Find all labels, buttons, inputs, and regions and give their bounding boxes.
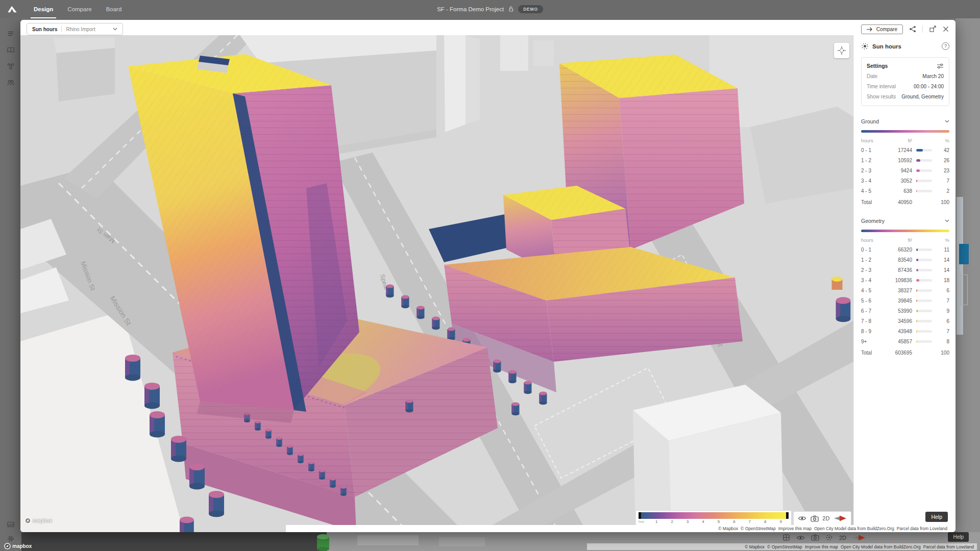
image-icon[interactable] (7, 520, 15, 529)
camera-icon[interactable] (811, 534, 819, 541)
attribution-parcel[interactable]: Parcel data from Loveland (897, 526, 947, 531)
main-tabs: Design Compare Board (27, 0, 129, 18)
arrow-right-icon (867, 27, 873, 32)
table-row: Total40950100 (861, 199, 949, 206)
settings-title: Settings (867, 63, 937, 69)
forma-app: Design Compare Board SF - Forma Demo Pro… (0, 0, 980, 551)
map-3d-canvas[interactable]: Mission St Main St Mission St Mission St… (20, 35, 853, 532)
grid-icon[interactable] (782, 534, 790, 541)
attribution-ocm[interactable]: Open City Model data from BuildZero.Org (841, 544, 921, 549)
gear-icon[interactable] (7, 535, 15, 543)
attribution-osm[interactable]: © OpenStreetMap (741, 526, 776, 531)
focus-icon[interactable] (825, 534, 833, 541)
setting-row-date[interactable]: Date March 20 (867, 73, 944, 79)
green-tree-cylinder (315, 533, 331, 551)
table-row: 1 - 21059226 (861, 157, 949, 164)
ground-gradient-bar (861, 130, 949, 133)
mapbox-logo[interactable]: mapbox (4, 543, 32, 549)
expand-icon[interactable] (929, 26, 936, 33)
help-icon[interactable]: ? (942, 42, 949, 50)
attribution-ocm[interactable]: Open City Model data from BuildZero.Org (814, 526, 894, 531)
background-dark-strip (21, 532, 327, 551)
geometry-section-header[interactable]: Geometry (861, 218, 949, 224)
people-icon[interactable] (7, 79, 15, 87)
analysis-variant: Rhino Import (66, 27, 95, 32)
compare-button[interactable]: Compare (861, 24, 903, 34)
sun-position-button[interactable] (834, 43, 849, 58)
modal-actions: Compare (861, 24, 949, 34)
close-icon[interactable] (942, 26, 949, 33)
eye-icon[interactable] (798, 515, 806, 521)
legend-tick: 4 (695, 519, 710, 524)
setting-row-time-interval[interactable]: Time interval 00:00 - 24:00 (867, 84, 944, 89)
table-header: hours ft² % (861, 138, 949, 143)
network-icon[interactable] (7, 62, 15, 70)
camera-icon[interactable] (811, 515, 819, 522)
design-modal: Sun hours Rhino Import Compare (20, 20, 955, 532)
background-outline-item (961, 274, 968, 305)
ground-section: Ground hours ft² % 0 - 117244421 - 21059… (861, 118, 949, 206)
table-row: 4 - 5383276 (861, 287, 949, 294)
geometry-table: 0 - 166320111 - 283540142 - 387436143 - … (861, 246, 949, 356)
table-row: 0 - 16632011 (861, 246, 949, 253)
legend-tick: 3 (680, 519, 695, 524)
share-icon[interactable] (909, 26, 916, 33)
left-sidebar (0, 18, 21, 551)
project-title: SF - Forma Demo Project (437, 6, 504, 12)
setting-row-show-results[interactable]: Show results Ground, Geometry (867, 94, 944, 99)
table-row: 2 - 3942423 (861, 167, 949, 174)
legend-tick: 9 (773, 519, 789, 524)
analysis-name: Sun hours (32, 27, 57, 32)
mapbox-logo[interactable]: mapbox (24, 517, 52, 524)
eye-icon[interactable] (796, 535, 805, 541)
modal-header: Sun hours Rhino Import Compare (20, 20, 955, 35)
2d-mode-button[interactable]: 2D (839, 535, 846, 541)
tab-design[interactable]: Design (27, 0, 60, 18)
geometry-gradient-bar (861, 230, 949, 232)
sliders-icon[interactable] (937, 63, 944, 69)
viewport-3d: Mission St Main St Mission St Mission St… (20, 35, 853, 532)
table-row: 7 - 8345966 (861, 318, 949, 324)
table-row: 9+458578 (861, 338, 949, 345)
legend-tick: 8 (757, 519, 773, 524)
dropdown-divider (61, 26, 62, 32)
tab-compare[interactable]: Compare (60, 0, 99, 18)
sun-hours-legend[interactable]: hrs 123456789 (635, 510, 792, 525)
geometry-section: Geometry hours ft² % 0 - 166320111 - 283… (861, 218, 949, 356)
background-right-panel (955, 18, 980, 551)
legend-max-handle[interactable] (786, 512, 789, 519)
compass-icon[interactable] (852, 534, 866, 541)
menu-icon[interactable] (7, 30, 15, 38)
attribution-mapbox[interactable]: © Mapbox (745, 544, 765, 549)
background-help-button[interactable]: Help (948, 532, 969, 542)
attribution-osm[interactable]: © OpenStreetMap (767, 544, 802, 549)
background-blue-swatch (959, 244, 969, 264)
attribution-mapbox[interactable]: © Mapbox (718, 526, 738, 531)
help-button[interactable]: Help (925, 512, 948, 522)
legend-gradient-bar (641, 512, 786, 519)
analysis-dropdown[interactable]: Sun hours Rhino Import (27, 23, 123, 35)
ground-table: 0 - 117244421 - 210592262 - 39424233 - 4… (861, 147, 949, 206)
table-row: 8 - 9439487 (861, 328, 949, 335)
chevron-down-icon (113, 28, 117, 31)
ground-section-header[interactable]: Ground (861, 118, 949, 124)
table-row: 5 - 6398457 (861, 297, 949, 304)
attribution-improve[interactable]: Improve this map (805, 544, 838, 549)
attribution-parcel[interactable]: Parcel data from Loveland (923, 544, 974, 549)
table-row: 2 - 38743614 (861, 267, 949, 273)
library-icon[interactable] (7, 46, 15, 54)
lock-open-icon[interactable] (508, 6, 514, 12)
table-row: 3 - 430527 (861, 178, 949, 184)
legend-tick: 7 (742, 519, 757, 524)
table-header: hours ft² % (861, 237, 949, 243)
table-row: 1 - 28354014 (861, 257, 949, 263)
background-map-attribution: © Mapbox © OpenStreetMap Improve this ma… (587, 543, 977, 550)
2d-mode-button[interactable]: 2D (822, 515, 829, 521)
tab-board[interactable]: Board (99, 0, 129, 18)
table-row: Total603695100 (861, 349, 949, 356)
table-row: 3 - 410983618 (861, 277, 949, 284)
compass-icon[interactable] (834, 515, 847, 522)
attribution-improve[interactable]: Improve this map (778, 526, 812, 531)
view-controls: 2D (793, 511, 851, 525)
background-parcel (439, 537, 485, 546)
